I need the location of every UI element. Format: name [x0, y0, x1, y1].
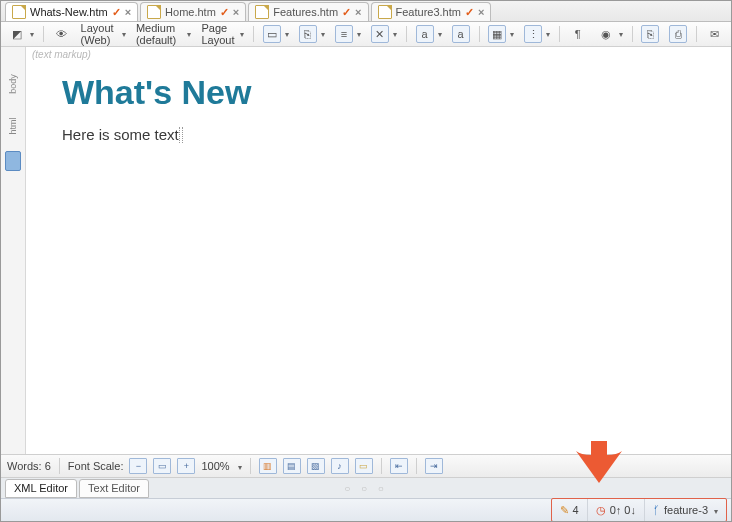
zoom-reset-button[interactable]: ▭: [153, 458, 171, 474]
pencil-icon: ✎: [560, 504, 569, 517]
file-icon: [147, 5, 161, 19]
font-scale-label: Font Scale:: [68, 460, 124, 472]
insert-variable-button[interactable]: ≡: [332, 24, 364, 44]
separator: [696, 26, 697, 42]
close-icon[interactable]: ×: [233, 6, 239, 18]
medium-dropdown[interactable]: Medium (default): [133, 21, 195, 47]
file-icon: [255, 5, 269, 19]
close-icon[interactable]: ×: [355, 6, 361, 18]
separator: [250, 458, 251, 474]
main-toolbar: ◩ 👁 Layout (Web) Medium (default) Page L…: [1, 22, 731, 47]
text-editor-tab[interactable]: Text Editor: [79, 479, 149, 498]
zoom-out-button[interactable]: −: [129, 458, 147, 474]
document-tab-strip: Whats-New.htm ✓ × Home.htm ✓ × Features.…: [1, 1, 731, 22]
body-tag[interactable]: body: [8, 74, 18, 94]
branch-icon: ᚶ: [653, 504, 660, 516]
modified-check-icon: ✓: [342, 6, 351, 19]
page-layout-label: Page Layout: [201, 22, 236, 46]
xml-editor-tab[interactable]: XML Editor: [5, 479, 77, 498]
body-text: Here is some text: [62, 126, 179, 143]
layout-mode-4[interactable]: ♪: [331, 458, 349, 474]
sync-clock-icon: ◷: [596, 504, 606, 517]
list-button[interactable]: ⋮: [521, 24, 553, 44]
editor-mode-tabs: XML Editor Text Editor ○ ○ ○: [1, 477, 731, 498]
layout-mode-3[interactable]: ▧: [307, 458, 325, 474]
modified-check-icon: ✓: [112, 6, 121, 19]
changes-count[interactable]: ✎ 4: [552, 499, 588, 521]
medium-label: Medium (default): [136, 22, 184, 46]
tab-drag-dots: ○ ○ ○: [344, 483, 388, 494]
separator: [632, 26, 633, 42]
gutter-selector[interactable]: [5, 151, 21, 171]
expand-right-button[interactable]: ⇥: [425, 458, 443, 474]
zoom-dropdown[interactable]: [236, 460, 242, 472]
sync-status[interactable]: ◷ 0↑ 0↓: [588, 499, 645, 521]
insert-char-button[interactable]: a: [449, 24, 473, 44]
page-paragraph[interactable]: Here is some text: [62, 126, 721, 143]
structure-gutter: body html: [1, 47, 26, 454]
zoom-in-button[interactable]: +: [177, 458, 195, 474]
close-icon[interactable]: ×: [478, 6, 484, 18]
send-button[interactable]: ✉: [703, 24, 727, 44]
ruler-button[interactable]: ▭: [355, 458, 373, 474]
paragraph-marks-button[interactable]: ¶: [566, 24, 590, 44]
conditions-button[interactable]: ◉: [594, 24, 626, 44]
html-tag[interactable]: html: [8, 117, 18, 134]
insert-text-button[interactable]: a: [413, 24, 445, 44]
separator: [416, 458, 417, 474]
expand-left-button[interactable]: ⇤: [390, 458, 408, 474]
text-markup-label: (text markup): [32, 49, 91, 60]
branch-selector[interactable]: ᚶ feature-3: [645, 499, 726, 521]
layout-mode-1[interactable]: ▥: [259, 458, 277, 474]
tab-home[interactable]: Home.htm ✓ ×: [140, 2, 246, 21]
word-count-label: Words: 6: [7, 460, 51, 472]
separator: [253, 26, 254, 42]
separator: [59, 458, 60, 474]
layout-dropdown[interactable]: Layout (Web): [78, 21, 129, 47]
file-icon: [378, 5, 392, 19]
insert-link-button[interactable]: ⎘: [296, 24, 328, 44]
tab-label: Home.htm: [165, 6, 216, 18]
chevron-down-icon: [712, 504, 718, 516]
separator: [43, 26, 44, 42]
tab-label: Features.htm: [273, 6, 338, 18]
separator: [406, 26, 407, 42]
tab-whats-new[interactable]: Whats-New.htm ✓ ×: [5, 2, 138, 21]
tab-label: Feature3.htm: [396, 6, 461, 18]
source-control-status: ✎ 4 ◷ 0↑ 0↓ ᚶ feature-3: [551, 498, 727, 522]
page-heading[interactable]: What's New: [62, 73, 721, 112]
text-cursor: [179, 127, 183, 143]
layout-label: Layout (Web): [81, 22, 118, 46]
preview-button[interactable]: 👁: [50, 24, 74, 44]
separator: [479, 26, 480, 42]
table-button[interactable]: ▦: [485, 24, 517, 44]
insert-image-button[interactable]: ▭: [260, 24, 292, 44]
tab-label: Whats-New.htm: [30, 6, 108, 18]
modified-check-icon: ✓: [220, 6, 229, 19]
modified-check-icon: ✓: [465, 6, 474, 19]
copy-button[interactable]: ⎘: [638, 24, 662, 44]
page-layout-dropdown[interactable]: Page Layout: [198, 21, 247, 47]
status-bar: ✎ 4 ◷ 0↑ 0↓ ᚶ feature-3: [1, 498, 731, 521]
file-icon: [12, 5, 26, 19]
tab-feature3[interactable]: Feature3.htm ✓ ×: [371, 2, 492, 21]
separator: [381, 458, 382, 474]
paste-button[interactable]: ⎙: [666, 24, 690, 44]
zoom-value: 100%: [201, 460, 229, 472]
bottom-toolbar: Words: 6 Font Scale: − ▭ + 100% ▥ ▤ ▧ ♪ …: [1, 454, 731, 477]
insert-snippet-button[interactable]: ✕: [368, 24, 400, 44]
layout-mode-2[interactable]: ▤: [283, 458, 301, 474]
history-dropdown[interactable]: ◩: [5, 24, 37, 44]
editor-content[interactable]: (text markup) What's New Here is some te…: [26, 47, 731, 454]
tab-features[interactable]: Features.htm ✓ ×: [248, 2, 368, 21]
close-icon[interactable]: ×: [125, 6, 131, 18]
separator: [559, 26, 560, 42]
